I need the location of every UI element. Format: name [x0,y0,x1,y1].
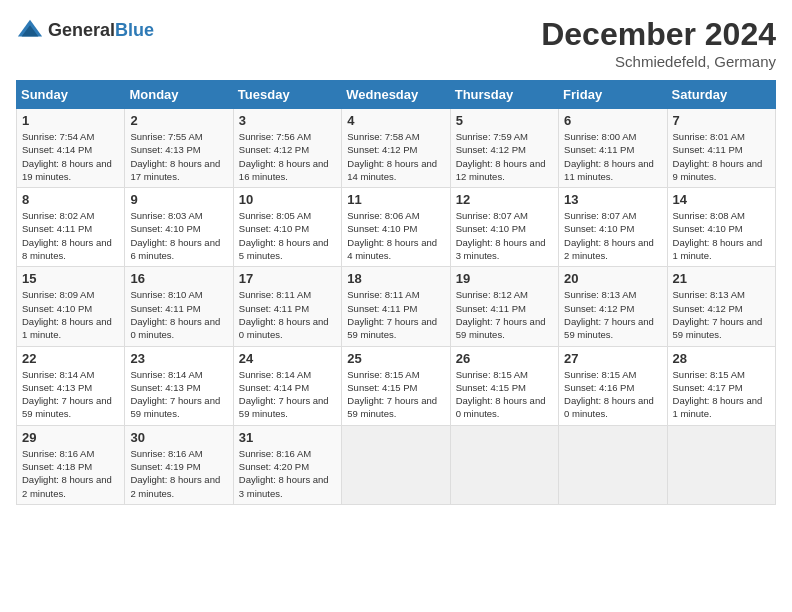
calendar-cell: 26 Sunrise: 8:15 AM Sunset: 4:15 PM Dayl… [450,346,558,425]
calendar-week-row: 1 Sunrise: 7:54 AM Sunset: 4:14 PM Dayli… [17,109,776,188]
day-number: 18 [347,271,444,286]
day-number: 5 [456,113,553,128]
calendar-cell: 24 Sunrise: 8:14 AM Sunset: 4:14 PM Dayl… [233,346,341,425]
day-number: 19 [456,271,553,286]
calendar-cell: 13 Sunrise: 8:07 AM Sunset: 4:10 PM Dayl… [559,188,667,267]
calendar-cell [342,425,450,504]
day-number: 13 [564,192,661,207]
cell-info: Sunrise: 8:00 AM Sunset: 4:11 PM Dayligh… [564,131,654,182]
day-number: 16 [130,271,227,286]
day-number: 20 [564,271,661,286]
day-number: 1 [22,113,119,128]
calendar-header-row: SundayMondayTuesdayWednesdayThursdayFrid… [17,81,776,109]
cell-info: Sunrise: 8:16 AM Sunset: 4:20 PM Dayligh… [239,448,329,499]
title-block: December 2024 Schmiedefeld, Germany [541,16,776,70]
calendar-cell: 30 Sunrise: 8:16 AM Sunset: 4:19 PM Dayl… [125,425,233,504]
location-subtitle: Schmiedefeld, Germany [541,53,776,70]
calendar-cell: 15 Sunrise: 8:09 AM Sunset: 4:10 PM Dayl… [17,267,125,346]
calendar-cell: 10 Sunrise: 8:05 AM Sunset: 4:10 PM Dayl… [233,188,341,267]
cell-info: Sunrise: 8:10 AM Sunset: 4:11 PM Dayligh… [130,289,220,340]
cell-info: Sunrise: 8:11 AM Sunset: 4:11 PM Dayligh… [347,289,437,340]
calendar-week-row: 8 Sunrise: 8:02 AM Sunset: 4:11 PM Dayli… [17,188,776,267]
cell-info: Sunrise: 8:03 AM Sunset: 4:10 PM Dayligh… [130,210,220,261]
day-number: 8 [22,192,119,207]
day-of-week-header: Friday [559,81,667,109]
calendar-table: SundayMondayTuesdayWednesdayThursdayFrid… [16,80,776,505]
calendar-cell: 16 Sunrise: 8:10 AM Sunset: 4:11 PM Dayl… [125,267,233,346]
calendar-cell: 27 Sunrise: 8:15 AM Sunset: 4:16 PM Dayl… [559,346,667,425]
calendar-cell: 25 Sunrise: 8:15 AM Sunset: 4:15 PM Dayl… [342,346,450,425]
calendar-cell [667,425,775,504]
day-number: 15 [22,271,119,286]
calendar-cell: 20 Sunrise: 8:13 AM Sunset: 4:12 PM Dayl… [559,267,667,346]
cell-info: Sunrise: 8:11 AM Sunset: 4:11 PM Dayligh… [239,289,329,340]
cell-info: Sunrise: 8:15 AM Sunset: 4:15 PM Dayligh… [456,369,546,420]
calendar-cell: 8 Sunrise: 8:02 AM Sunset: 4:11 PM Dayli… [17,188,125,267]
day-number: 25 [347,351,444,366]
cell-info: Sunrise: 8:09 AM Sunset: 4:10 PM Dayligh… [22,289,112,340]
logo: GeneralBlue [16,16,154,44]
calendar-cell [450,425,558,504]
calendar-cell: 22 Sunrise: 8:14 AM Sunset: 4:13 PM Dayl… [17,346,125,425]
logo-icon [16,16,44,44]
calendar-week-row: 22 Sunrise: 8:14 AM Sunset: 4:13 PM Dayl… [17,346,776,425]
month-year-title: December 2024 [541,16,776,53]
cell-info: Sunrise: 8:12 AM Sunset: 4:11 PM Dayligh… [456,289,546,340]
calendar-cell: 23 Sunrise: 8:14 AM Sunset: 4:13 PM Dayl… [125,346,233,425]
cell-info: Sunrise: 8:02 AM Sunset: 4:11 PM Dayligh… [22,210,112,261]
cell-info: Sunrise: 8:16 AM Sunset: 4:18 PM Dayligh… [22,448,112,499]
calendar-cell: 29 Sunrise: 8:16 AM Sunset: 4:18 PM Dayl… [17,425,125,504]
day-number: 24 [239,351,336,366]
cell-info: Sunrise: 8:14 AM Sunset: 4:13 PM Dayligh… [130,369,220,420]
calendar-cell: 31 Sunrise: 8:16 AM Sunset: 4:20 PM Dayl… [233,425,341,504]
calendar-cell: 2 Sunrise: 7:55 AM Sunset: 4:13 PM Dayli… [125,109,233,188]
cell-info: Sunrise: 8:13 AM Sunset: 4:12 PM Dayligh… [564,289,654,340]
day-of-week-header: Tuesday [233,81,341,109]
calendar-cell: 14 Sunrise: 8:08 AM Sunset: 4:10 PM Dayl… [667,188,775,267]
day-number: 11 [347,192,444,207]
calendar-cell: 12 Sunrise: 8:07 AM Sunset: 4:10 PM Dayl… [450,188,558,267]
day-of-week-header: Thursday [450,81,558,109]
calendar-cell: 18 Sunrise: 8:11 AM Sunset: 4:11 PM Dayl… [342,267,450,346]
calendar-week-row: 29 Sunrise: 8:16 AM Sunset: 4:18 PM Dayl… [17,425,776,504]
day-of-week-header: Sunday [17,81,125,109]
day-number: 3 [239,113,336,128]
cell-info: Sunrise: 8:01 AM Sunset: 4:11 PM Dayligh… [673,131,763,182]
calendar-cell: 7 Sunrise: 8:01 AM Sunset: 4:11 PM Dayli… [667,109,775,188]
calendar-cell: 6 Sunrise: 8:00 AM Sunset: 4:11 PM Dayli… [559,109,667,188]
day-number: 26 [456,351,553,366]
cell-info: Sunrise: 8:08 AM Sunset: 4:10 PM Dayligh… [673,210,763,261]
calendar-cell: 11 Sunrise: 8:06 AM Sunset: 4:10 PM Dayl… [342,188,450,267]
calendar-cell: 1 Sunrise: 7:54 AM Sunset: 4:14 PM Dayli… [17,109,125,188]
logo-general-text: GeneralBlue [48,20,154,41]
cell-info: Sunrise: 7:59 AM Sunset: 4:12 PM Dayligh… [456,131,546,182]
day-of-week-header: Saturday [667,81,775,109]
cell-info: Sunrise: 8:05 AM Sunset: 4:10 PM Dayligh… [239,210,329,261]
cell-info: Sunrise: 8:15 AM Sunset: 4:15 PM Dayligh… [347,369,437,420]
day-number: 7 [673,113,770,128]
cell-info: Sunrise: 8:07 AM Sunset: 4:10 PM Dayligh… [564,210,654,261]
calendar-cell: 9 Sunrise: 8:03 AM Sunset: 4:10 PM Dayli… [125,188,233,267]
cell-info: Sunrise: 7:54 AM Sunset: 4:14 PM Dayligh… [22,131,112,182]
cell-info: Sunrise: 8:16 AM Sunset: 4:19 PM Dayligh… [130,448,220,499]
calendar-cell: 3 Sunrise: 7:56 AM Sunset: 4:12 PM Dayli… [233,109,341,188]
cell-info: Sunrise: 8:15 AM Sunset: 4:17 PM Dayligh… [673,369,763,420]
day-of-week-header: Wednesday [342,81,450,109]
day-number: 28 [673,351,770,366]
day-number: 29 [22,430,119,445]
calendar-cell: 17 Sunrise: 8:11 AM Sunset: 4:11 PM Dayl… [233,267,341,346]
cell-info: Sunrise: 8:14 AM Sunset: 4:14 PM Dayligh… [239,369,329,420]
cell-info: Sunrise: 8:06 AM Sunset: 4:10 PM Dayligh… [347,210,437,261]
cell-info: Sunrise: 8:07 AM Sunset: 4:10 PM Dayligh… [456,210,546,261]
cell-info: Sunrise: 8:14 AM Sunset: 4:13 PM Dayligh… [22,369,112,420]
calendar-cell: 19 Sunrise: 8:12 AM Sunset: 4:11 PM Dayl… [450,267,558,346]
calendar-cell: 21 Sunrise: 8:13 AM Sunset: 4:12 PM Dayl… [667,267,775,346]
day-number: 6 [564,113,661,128]
day-number: 31 [239,430,336,445]
day-number: 21 [673,271,770,286]
calendar-cell: 4 Sunrise: 7:58 AM Sunset: 4:12 PM Dayli… [342,109,450,188]
day-number: 27 [564,351,661,366]
page-header: GeneralBlue December 2024 Schmiedefeld, … [16,16,776,70]
cell-info: Sunrise: 8:15 AM Sunset: 4:16 PM Dayligh… [564,369,654,420]
cell-info: Sunrise: 7:58 AM Sunset: 4:12 PM Dayligh… [347,131,437,182]
